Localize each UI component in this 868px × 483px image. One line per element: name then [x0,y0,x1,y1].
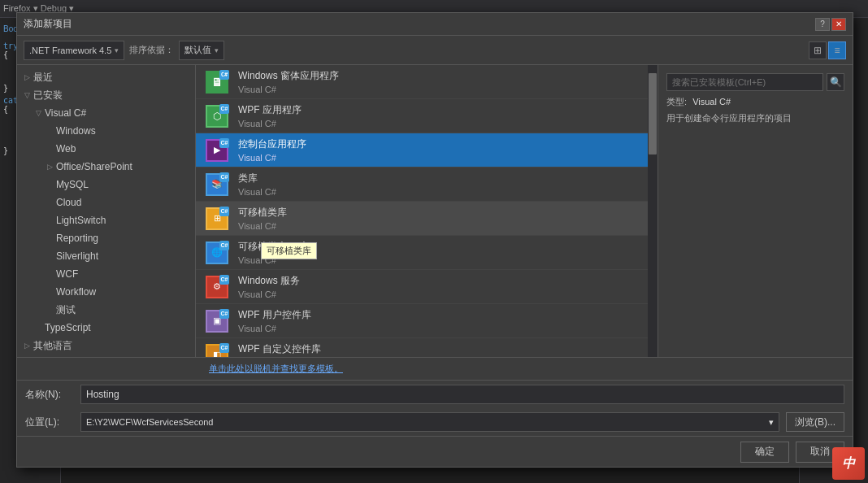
name-input[interactable] [80,385,844,404]
template-icon-wpf-custom-ctrl: ◧ C# [204,342,230,358]
tree-label-recent: 最近 [33,71,53,85]
tree-label-visual-csharp: Visual C# [45,107,86,119]
framework-value: .NET Framework 4.5 [29,46,111,55]
close-button[interactable]: ✕ [831,18,846,31]
dialog-main: ▷ 最近 ▽ 已安装 ▽ Visual C# ▷ Windows [17,65,853,357]
tree-item-recent[interactable]: ▷ 最近 [17,68,195,86]
tree-item-lightswitch[interactable]: ▷ LightSwitch [17,211,195,229]
template-name-wpf-app: WPF 应用程序 [238,103,649,117]
tree-item-typescript[interactable]: ▷ TypeScript [17,319,195,337]
tree-label-office-sharepoint: Office/SharePoint [56,161,132,172]
template-item-console-app[interactable]: ▶ C# 控制台应用程序 Visual C# [196,133,658,168]
tree-label-other-languages: 其他语言 [33,339,72,353]
template-icon-windows-forms: 🖥 C# [204,69,230,95]
template-icon-wpf-user-ctrl: ▣ C# [204,308,230,334]
template-item-wpf-user-ctrl[interactable]: ▣ C# WPF 用户控件库 Visual C# [196,304,658,338]
list-scrollbar-thumb [649,73,657,154]
tree-item-cloud[interactable]: ▷ Cloud [17,194,195,211]
dialog-toolbar: .NET Framework 4.5 ▾ 排序依据： 默认值 ▾ ⊞ ≡ [17,36,853,65]
expand-icon: ▽ [33,108,43,118]
template-info-console-app: 控制台应用程序 Visual C# [238,137,649,163]
template-item-portable-app[interactable]: 🌐 C# 可移植类库 程序 Visual C# 可移植类库 [196,236,658,270]
search-input[interactable] [666,73,823,91]
tree-item-installed[interactable]: ▽ 已安装 [17,86,195,104]
list-scrollbar[interactable] [648,65,658,357]
template-item-windows-service[interactable]: ⚙ C# Windows 服务 Visual C# [196,270,658,304]
browse-button[interactable]: 浏览(B)... [786,412,844,432]
template-tech-wpf-user-ctrl: Visual C# [238,324,649,333]
template-name-wpf-user-ctrl: WPF 用户控件库 [238,308,649,322]
sort-dropdown-arrow: ▾ [215,46,219,54]
location-value: E:\Y2\WCF\WcfServicesSecond [86,417,214,427]
tree-panel: ▷ 最近 ▽ 已安装 ▽ Visual C# ▷ Windows [17,65,196,357]
titlebar-buttons: ? ✕ [815,18,846,31]
info-desc: 用于创建命令行应用程序的项目 [666,111,844,125]
tree-label-cloud: Cloud [56,197,81,208]
sort-select[interactable]: 默认值 ▾ [179,41,224,60]
tree-label-reporting: Reporting [56,233,98,244]
online-link[interactable]: 单击此处以脱机并查找更多模板。 [209,363,343,375]
expand-icon: ▷ [45,162,54,172]
name-row: 名称(N): [17,381,853,408]
template-name-windows-service: Windows 服务 [238,274,649,288]
tree-item-office-sharepoint[interactable]: ▷ Office/SharePoint [17,158,195,176]
info-type-value: Visual C# [692,97,731,107]
tree-item-silverlight[interactable]: ▷ Silverlight [17,247,195,265]
template-name-class-library: 类库 [238,172,649,185]
tree-label-test: 测试 [56,303,76,317]
sort-value: 默认值 [184,44,211,56]
add-project-dialog: 添加新项目 ? ✕ .NET Framework 4.5 ▾ 排序依据： 默认值… [16,12,853,468]
info-panel: 🔍 类型: Visual C# 用于创建命令行应用程序的项目 [658,65,853,357]
search-button[interactable]: 🔍 [827,73,844,91]
tree-label-workflow: Workflow [56,286,96,298]
template-item-windows-forms[interactable]: 🖥 C# Windows 窗体应用程序 Visual C# [196,65,658,99]
dialog-title: 添加新项目 [24,17,72,31]
template-icon-portable-app: 🌐 C# [204,240,230,266]
dialog-bottom: 单击此处以脱机并查找更多模板。 名称(N): 位置(L): E:\Y2\WCF\… [17,357,853,467]
expand-icon: ▽ [22,90,32,100]
template-name-windows-forms: Windows 窗体应用程序 [238,69,649,83]
tree-label-typescript: TypeScript [45,322,91,333]
template-tech-portable-library: Visual C# [238,221,649,231]
dialog-body: .NET Framework 4.5 ▾ 排序依据： 默认值 ▾ ⊞ ≡ ▷ 最… [17,36,853,467]
tree-label-silverlight: Silverlight [56,250,98,262]
tree-item-wcf[interactable]: ▷ WCF [17,265,195,283]
tree-item-test[interactable]: ▷ 测试 [17,301,195,319]
view-grid-button[interactable]: ⊞ [809,41,827,59]
name-label: 名称(N): [25,388,74,402]
tree-item-windows[interactable]: ▷ Windows [17,122,195,140]
confirm-button[interactable]: 确定 [740,442,789,463]
location-dropdown-arrow: ▾ [769,417,774,428]
template-item-wpf-app[interactable]: ⬡ C# WPF 应用程序 Visual C# [196,99,658,133]
tree-item-workflow[interactable]: ▷ Workflow [17,283,195,301]
template-icon-console-app: ▶ C# [204,137,230,163]
help-button[interactable]: ? [815,18,830,31]
template-name-portable-library: 可移植类库 [238,206,649,220]
template-icon-portable-library: ⊞ C# [204,206,230,232]
view-list-button[interactable]: ≡ [828,41,846,59]
template-name-console-app: 控制台应用程序 [238,137,649,151]
tree-label-mysql: MySQL [56,179,89,190]
expand-icon: ▷ [22,72,32,82]
template-info-wpf-user-ctrl: WPF 用户控件库 Visual C# [238,308,649,333]
tree-item-other-languages[interactable]: ▷ 其他语言 [17,337,195,355]
dialog-titlebar: 添加新项目 ? ✕ [17,13,853,36]
template-icon-windows-service: ⚙ C# [204,274,230,300]
tree-item-reporting[interactable]: ▷ Reporting [17,229,195,247]
info-type-label: 类型: Visual C# [666,96,844,108]
template-info-windows-forms: Windows 窗体应用程序 Visual C# [238,69,649,94]
template-item-wpf-custom-ctrl[interactable]: ◧ C# WPF 自定义控件库 Visual C# [196,338,658,357]
tree-item-mysql[interactable]: ▷ MySQL [17,176,195,194]
template-item-portable-library[interactable]: ⊞ C# 可移植类库 Visual C# [196,202,658,236]
location-dropdown[interactable]: E:\Y2\WCF\WcfServicesSecond ▾ [80,412,779,432]
tree-item-visual-csharp[interactable]: ▽ Visual C# [17,104,195,122]
tree-item-web[interactable]: ▷ Web [17,140,195,158]
framework-select[interactable]: .NET Framework 4.5 ▾ [24,41,124,60]
search-row: 🔍 [666,73,844,91]
sort-label: 排序依据： [129,44,174,56]
tree-label-windows: Windows [56,125,96,137]
template-tech-console-app: Visual C# [238,153,649,163]
tree-label-installed: 已安装 [33,89,63,102]
template-item-class-library[interactable]: 📚 C# 类库 Visual C# [196,168,658,202]
template-info-class-library: 类库 Visual C# [238,172,649,197]
